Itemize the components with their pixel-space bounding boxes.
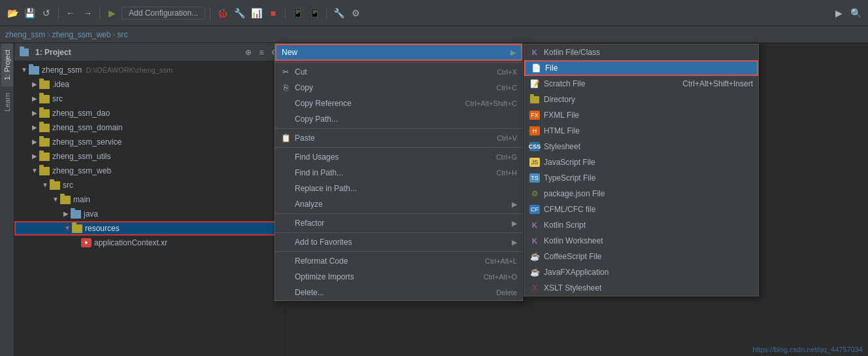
replace-path-icon — [280, 183, 291, 194]
breadcrumb-part2[interactable]: zheng_ssm_web — [52, 30, 110, 39]
run2-icon[interactable]: ▶ — [831, 6, 846, 20]
profile-icon[interactable]: 🔧 — [232, 6, 246, 20]
debug-icon[interactable]: 🐞 — [215, 6, 229, 20]
ctx-copy-ref[interactable]: Copy Reference Ctrl+Alt+Shift+C — [275, 96, 522, 111]
sep4 — [285, 7, 286, 20]
tree-item-domain[interactable]: ▶ zheng_ssm_domain — [14, 120, 285, 135]
ctx-analyze-arrow: ▶ — [512, 200, 517, 209]
device2-icon[interactable]: 📱 — [307, 6, 322, 20]
refresh-icon[interactable]: ↺ — [39, 6, 54, 20]
kwksht-icon: K — [529, 236, 540, 246]
tree-item-main[interactable]: ▼ main — [14, 192, 285, 207]
ctx-paste-shortcut: Ctrl+V — [497, 134, 517, 142]
ctx-cut[interactable]: ✂Cut Ctrl+X — [275, 64, 522, 80]
device-icon[interactable]: 📱 — [290, 6, 305, 20]
run-config-arrow-icon[interactable]: ▶ — [105, 6, 119, 20]
dir-icon — [529, 94, 540, 105]
tree-item-appctx[interactable]: ✦ applicationContext.xr — [14, 236, 285, 250]
ctx-sep6 — [275, 251, 522, 252]
ctx-delete[interactable]: Delete... Delete — [275, 285, 522, 300]
settings-icon[interactable]: ≡ — [256, 47, 267, 58]
sub-directory-label: Directory — [544, 95, 575, 104]
ctx-find-path[interactable]: Find in Path... Ctrl+H — [275, 165, 522, 181]
sub-js-label: JavaScript File — [544, 158, 595, 167]
ctx-replace-path[interactable]: Replace in Path... — [275, 181, 522, 196]
ctx-optimize-shortcut: Ctrl+Alt+O — [484, 273, 517, 281]
tree-item-idea[interactable]: ▶ .idea — [14, 77, 285, 92]
ctx-optimize[interactable]: Optimize Imports Ctrl+Alt+O — [275, 269, 522, 285]
sub-kotlin[interactable]: K Kotlin File/Class — [524, 44, 758, 60]
tree-item-java[interactable]: ▶ java — [14, 207, 285, 221]
ctx-copy-path[interactable]: Copy Path... — [275, 111, 522, 127]
sub-html[interactable]: H HTML File — [524, 123, 758, 139]
sub-file[interactable]: 📄 File — [524, 60, 758, 76]
ctx-paste[interactable]: 📋Paste Ctrl+V — [275, 130, 522, 146]
stop-icon[interactable]: ■ — [266, 6, 280, 20]
sub-css[interactable]: CSS Stylesheet — [524, 139, 758, 154]
sub-javafx[interactable]: ☕ JavaFXApplication — [524, 264, 758, 280]
utils-label: zheng_ssm_utils — [52, 152, 110, 161]
resources-label: resources — [85, 224, 120, 233]
ctx-reformat-shortcut: Ctrl+Alt+L — [485, 257, 517, 265]
main-label: main — [73, 195, 90, 204]
tab-learn[interactable]: Learn — [1, 86, 13, 118]
sub-kscript[interactable]: K Kotlin Script — [524, 217, 758, 233]
layout-icon[interactable]: ⚙ — [348, 6, 363, 20]
ctx-copy-ref-label: Copy Reference — [295, 99, 352, 108]
main-folder-icon — [60, 196, 71, 204]
breadcrumb: zheng_ssm › zheng_ssm_web › src — [0, 26, 868, 43]
tree-item-src[interactable]: ▶ src — [14, 92, 285, 106]
breadcrumb-part3[interactable]: src — [117, 30, 127, 39]
sub-xslt[interactable]: X XSLT Stylesheet — [524, 280, 758, 296]
src-label: src — [52, 94, 63, 103]
sub-js[interactable]: JS JavaScript File — [524, 154, 758, 170]
coverage-icon[interactable]: 📊 — [249, 6, 263, 20]
wrench-icon[interactable]: 🔧 — [331, 6, 346, 20]
ctx-copy[interactable]: ⎘Copy Ctrl+C — [275, 80, 522, 96]
sub-coffee[interactable]: ☕ CoffeeScript File — [524, 249, 758, 264]
add-icon[interactable]: ⊕ — [243, 47, 254, 58]
project-header: 1: Project ⊕ ≡ ⚙ — [14, 43, 285, 62]
tree-item-service[interactable]: ▶ zheng_ssm_service — [14, 135, 285, 149]
ctx-reformat[interactable]: Reformat Code Ctrl+Alt+L — [275, 253, 522, 269]
xml-file-icon: ✦ — [81, 238, 92, 247]
sub-scratch[interactable]: 📝 Scratch File Ctrl+Alt+Shift+Insert — [524, 76, 758, 92]
sub-fxml[interactable]: FX FXML File — [524, 107, 758, 123]
tree-root[interactable]: ▼ zheng_ssm D:\IDEAWORK\zheng_ssm — [14, 63, 285, 77]
sub-kwksht[interactable]: K Kotlin Worksheet — [524, 233, 758, 249]
web-folder-icon — [39, 167, 50, 175]
ctx-replace-path-label: Replace in Path... — [295, 184, 357, 193]
ctx-add-fav[interactable]: Add to Favorites ▶ — [275, 234, 522, 250]
forward-icon[interactable]: → — [80, 6, 95, 20]
tree-item-utils[interactable]: ▶ zheng_ssm_utils — [14, 149, 285, 164]
breadcrumb-part1[interactable]: zheng_ssm — [5, 30, 45, 39]
breadcrumb-sep1: › — [47, 30, 50, 39]
tree-item-web-src[interactable]: ▼ src — [14, 178, 285, 192]
tree-item-dao[interactable]: ▶ zheng_ssm_dao — [14, 106, 285, 120]
open-folder-icon[interactable]: 📂 — [5, 6, 20, 20]
ctx-refactor-label: Refactor — [295, 219, 324, 228]
find-path-icon — [280, 168, 291, 178]
save-icon[interactable]: 💾 — [22, 6, 37, 20]
sub-directory[interactable]: Directory — [524, 92, 758, 107]
ctx-sep4 — [275, 213, 522, 214]
sub-ts[interactable]: TS TypeScript File — [524, 170, 758, 186]
tree-item-resources[interactable]: ▼ resources — [14, 221, 285, 236]
url-watermark: https://blog.csdn.net/qq_44757034 — [752, 346, 863, 353]
sub-pkg[interactable]: ⚙ package.json File — [524, 186, 758, 202]
add-configuration-button[interactable]: Add Configuration... — [122, 7, 205, 20]
ctx-analyze[interactable]: Analyze ▶ — [275, 196, 522, 212]
ctx-new[interactable]: New ▶ — [275, 44, 522, 61]
web-src-folder-icon — [50, 181, 60, 190]
resources-folder-icon — [72, 224, 82, 233]
tab-project[interactable]: 1: Project — [1, 43, 13, 86]
ctx-sep3 — [275, 147, 522, 148]
ctx-refactor[interactable]: Refactor ▶ — [275, 215, 522, 231]
cut-icon: ✂ — [280, 67, 291, 77]
tree-item-web[interactable]: ▼ zheng_ssm_web — [14, 164, 285, 178]
ctx-find-usages[interactable]: Find Usages Ctrl+G — [275, 149, 522, 165]
search-everywhere-icon[interactable]: 🔍 — [848, 6, 863, 20]
sub-kscript-label: Kotlin Script — [544, 221, 586, 230]
back-icon[interactable]: ← — [63, 6, 78, 20]
sub-cfml[interactable]: CF CFML/CFC file — [524, 202, 758, 217]
